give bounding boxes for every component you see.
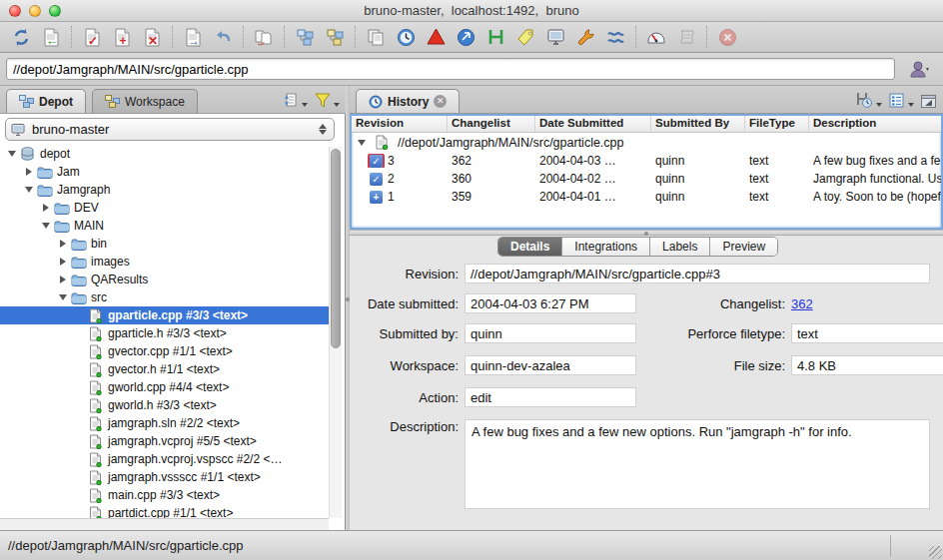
view-options-icon[interactable] xyxy=(282,92,308,109)
tree-item-jamgraph.vssscc[interactable]: jamgraph.vssscc #1/1 <text> xyxy=(0,468,329,486)
history-file-row[interactable]: //depot/Jamgraph/MAIN/src/gparticle.cpp xyxy=(352,133,941,152)
tree-item-gvector.h[interactable]: gvector.h #1/1 <text> xyxy=(0,360,329,378)
tree-item-jamgraph.vcproj.vspscc[interactable]: jamgraph.vcproj.vspscc #2/2 <… xyxy=(0,450,329,468)
revision-graph-icon[interactable] xyxy=(421,25,451,49)
filter-icon[interactable] xyxy=(314,92,340,109)
submit-icon[interactable]: → xyxy=(178,25,208,49)
disclosure-triangle-icon[interactable] xyxy=(23,187,34,193)
user-icon[interactable] xyxy=(903,57,937,81)
action-field[interactable]: edit xyxy=(465,387,636,407)
tree-item-main[interactable]: MAIN xyxy=(0,217,329,235)
submitted-by-field[interactable]: quinn xyxy=(465,323,636,343)
stop-icon[interactable] xyxy=(712,25,742,49)
script-icon[interactable] xyxy=(671,25,701,49)
disclosure-triangle-icon[interactable] xyxy=(23,168,34,176)
depot-tree-icon[interactable] xyxy=(290,25,320,49)
tree-item-src[interactable]: src xyxy=(0,288,329,306)
tab-depot[interactable]: Depot xyxy=(6,89,86,113)
history-row-rev-3[interactable]: ✓ 3 362 2004-04-03 … quinn text A few bu… xyxy=(352,152,941,170)
columns-icon[interactable] xyxy=(888,93,914,109)
dashboard-icon[interactable] xyxy=(641,25,671,49)
tree-item-jam[interactable]: Jam xyxy=(0,163,329,181)
submitted-by-label: Submitted by: xyxy=(350,326,465,341)
disclosure-triangle-icon[interactable] xyxy=(356,140,367,146)
description-field[interactable]: A few bug fixes and a few new options. R… xyxy=(465,419,930,509)
details-tab-integrations[interactable]: Integrations xyxy=(562,238,650,256)
connection-selector[interactable]: bruno-master xyxy=(5,118,335,141)
column-revision[interactable]: Revision xyxy=(352,116,448,132)
tree-item-bin[interactable]: bin xyxy=(0,235,329,253)
resize-grip[interactable] xyxy=(929,546,942,559)
disclosure-triangle-icon[interactable] xyxy=(57,294,68,300)
workspace-label: Workspace: xyxy=(350,358,465,373)
minimize-window-icon[interactable] xyxy=(29,5,41,17)
date-submitted-field[interactable]: 2004-04-03 6:27 PM xyxy=(465,293,636,313)
column-date-submitted[interactable]: Date Submitted xyxy=(535,116,651,132)
diff-icon[interactable] xyxy=(249,25,279,49)
details-tab-labels[interactable]: Labels xyxy=(650,238,710,256)
tree-item-gparticle.h[interactable]: gparticle.h #3/3 <text> xyxy=(0,324,329,342)
folder-diff-icon[interactable] xyxy=(451,25,480,49)
duplicate-icon[interactable] xyxy=(361,25,391,49)
title-bar[interactable]: bruno-master, localhost:1492, bruno xyxy=(0,0,943,22)
tree-item-jamgraph[interactable]: Jamgraph xyxy=(0,181,329,199)
tree-hscrollbar[interactable] xyxy=(0,518,329,530)
timelapse-icon[interactable] xyxy=(391,25,421,49)
revert-icon[interactable] xyxy=(208,25,238,49)
disclosure-triangle-icon[interactable] xyxy=(40,223,51,229)
label-icon[interactable] xyxy=(510,25,540,49)
tree-scrollbar[interactable] xyxy=(329,147,342,518)
disclosure-triangle-icon[interactable] xyxy=(6,151,17,157)
details-tab-preview[interactable]: Preview xyxy=(710,238,777,256)
refresh-icon[interactable] xyxy=(6,25,36,49)
tree-item-gparticle.cpp[interactable]: gparticle.cpp #3/3 <text> xyxy=(0,306,329,324)
zoom-window-icon[interactable] xyxy=(49,5,61,17)
stream-icon[interactable] xyxy=(600,25,630,49)
delete-icon[interactable]: ✕ xyxy=(137,25,167,49)
revision-field[interactable]: //depot/Jamgraph/MAIN/src/gparticle.cpp#… xyxy=(465,264,930,283)
tree-item-qaresults[interactable]: QAResults xyxy=(0,271,329,288)
add-icon[interactable]: + xyxy=(107,25,137,49)
disclosure-triangle-icon[interactable] xyxy=(57,240,68,248)
tree-item-gworld.cpp[interactable]: gworld.cpp #4/4 <text> xyxy=(0,378,329,396)
tab-history[interactable]: History ✕ xyxy=(356,89,460,113)
disclosure-triangle-icon[interactable] xyxy=(57,276,68,283)
checkout-icon[interactable]: ✓ xyxy=(77,25,107,49)
column-filetype[interactable]: FileType xyxy=(745,116,809,132)
tree-item-jamgraph.sln[interactable]: jamgraph.sln #2/2 <text> xyxy=(0,414,329,432)
get-latest-icon[interactable]: ← xyxy=(36,25,66,49)
close-tab-icon[interactable]: ✕ xyxy=(434,95,447,108)
tree-item-gworld.h[interactable]: gworld.h #3/3 <text> xyxy=(0,396,329,414)
workspace-field[interactable]: quinn-dev-azalea xyxy=(465,355,636,375)
tree-item-dev[interactable]: DEV xyxy=(0,199,329,217)
column-submitted-by[interactable]: Submitted By xyxy=(651,116,745,132)
file-size-field[interactable]: 4.8 KB xyxy=(791,355,943,375)
submitted-by-cell: quinn xyxy=(651,172,745,186)
history-row-rev-2[interactable]: ✓ 2 360 2004-04-02 … quinn text Jamgraph… xyxy=(352,170,941,188)
disclosure-triangle-icon[interactable] xyxy=(57,258,68,266)
path-address-input[interactable] xyxy=(6,58,895,80)
detach-icon[interactable] xyxy=(920,94,937,109)
admin-icon[interactable] xyxy=(570,25,600,49)
perforce-filetype-field[interactable]: text xyxy=(791,323,943,343)
column-changelist[interactable]: Changelist xyxy=(448,116,535,132)
tree-item-gvector.cpp[interactable]: gvector.cpp #1/1 <text> xyxy=(0,342,329,360)
disclosure-triangle-icon[interactable] xyxy=(40,204,51,212)
details-tab-details[interactable]: Details xyxy=(498,238,562,256)
tree-item-jamgraph.vcproj[interactable]: jamgraph.vcproj #5/5 <text> xyxy=(0,432,329,450)
tree-item-depot[interactable]: depot xyxy=(0,145,329,163)
changelist-link[interactable]: 362 xyxy=(791,296,813,311)
close-window-icon[interactable] xyxy=(9,5,21,17)
tree-item-images[interactable]: images xyxy=(0,253,329,271)
tab-workspace[interactable]: Workspace xyxy=(92,89,198,113)
workspace-icon[interactable] xyxy=(540,25,570,49)
tree-item-partdict.cpp[interactable]: partdict.cpp #1/1 <text> xyxy=(0,504,329,518)
branch-icon[interactable] xyxy=(480,25,510,49)
branch-time-icon[interactable] xyxy=(854,91,882,109)
tree-scrollbar-thumb[interactable] xyxy=(331,149,341,348)
history-row-rev-1[interactable]: + 1 359 2004-04-01 … quinn text A toy. S… xyxy=(352,188,941,206)
column-description[interactable]: Description xyxy=(809,116,941,132)
workspace-tree-icon[interactable] xyxy=(320,25,350,49)
tree-item-main.cpp[interactable]: main.cpp #3/3 <text> xyxy=(0,486,329,504)
file-icon xyxy=(87,326,104,341)
